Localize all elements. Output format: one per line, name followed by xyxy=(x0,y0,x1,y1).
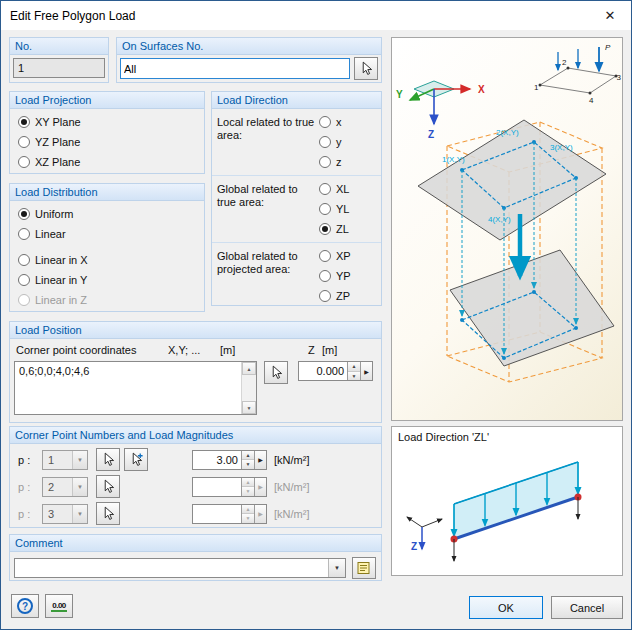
magnitude-spinner-1[interactable]: 3.00 ▲▼ ▶ xyxy=(192,450,267,470)
combo-value: 2 xyxy=(43,481,72,493)
radio-global-yp[interactable]: YP xyxy=(319,266,377,286)
magnitude-unit-3: [kN/m²] xyxy=(274,508,309,520)
radio-global-zp[interactable]: ZP xyxy=(319,286,377,306)
chevron-down-icon[interactable]: ▼ xyxy=(328,559,345,577)
spin-down-icon[interactable]: ▼ xyxy=(242,460,254,469)
corner-coordinates-textarea[interactable]: 0,6;0,0;4,0;4,6 ▲ ▼ xyxy=(14,361,257,415)
magnitude-row-1: p : 1▼ 3.00 ▲▼ ▶ [kN/m²] xyxy=(10,448,381,471)
coordinates-unit-label: [m] xyxy=(220,344,235,356)
corner-3-label: 3(X,Y) xyxy=(550,143,573,152)
radio-global-yl[interactable]: YL xyxy=(319,199,377,219)
zl-axis-label: Z xyxy=(411,541,417,552)
radio-local-y[interactable]: y xyxy=(319,132,377,152)
mini-corner-4-label: 4 xyxy=(589,96,594,105)
p-label: p : xyxy=(18,481,40,493)
group-load-distribution: Load Distribution Uniform Linear Linear … xyxy=(9,183,205,312)
magnitude-value-2 xyxy=(193,478,241,496)
radio-icon xyxy=(18,228,30,240)
axis-z-label: Z xyxy=(428,129,434,140)
radio-icon xyxy=(18,156,30,168)
radio-global-xp[interactable]: XP xyxy=(319,246,377,266)
pick-point-1-button[interactable] xyxy=(96,448,120,471)
group-on-surfaces-header: On Surfaces No. xyxy=(117,38,381,55)
radio-linear-in-x[interactable]: Linear in X xyxy=(18,250,196,270)
combo-value: 1 xyxy=(43,454,72,466)
load-direction-preview-title: Load Direction 'ZL' xyxy=(398,431,489,443)
magnitude-spinner-3: ▲▼ ▶ xyxy=(192,504,267,524)
axis-y-label: Y xyxy=(396,89,403,100)
coordinates-format-label: X,Y; ... xyxy=(168,344,200,356)
radio-icon xyxy=(18,274,30,286)
surfaces-input[interactable] xyxy=(120,58,350,79)
pick-corner-points-button[interactable] xyxy=(264,361,288,384)
spin-up-icon[interactable]: ▲ xyxy=(348,362,360,372)
pick-cursor-icon xyxy=(101,506,116,521)
corner-point-select-3: 3▼ xyxy=(42,504,88,524)
group-no-header: No. xyxy=(10,38,108,55)
group-load-direction-header: Load Direction xyxy=(212,92,381,109)
spin-up-icon[interactable]: ▲ xyxy=(242,451,254,461)
cancel-button[interactable]: Cancel xyxy=(551,596,623,619)
radio-icon xyxy=(319,116,331,128)
group-load-position-header: Load Position xyxy=(10,322,381,339)
mini-corner-3-label: 3 xyxy=(617,73,622,82)
radio-label: ZP xyxy=(336,290,350,302)
comment-presets-button[interactable] xyxy=(352,557,376,579)
radio-local-x[interactable]: x xyxy=(319,112,377,132)
radio-xy-plane[interactable]: XY Plane xyxy=(18,112,196,132)
comment-combobox[interactable]: ▼ xyxy=(14,558,346,578)
scroll-down-icon[interactable]: ▼ xyxy=(242,401,256,414)
spin-up-icon: ▲ xyxy=(242,505,254,515)
magnitude-row-2: p : 2▼ ▲▼ ▶ [kN/m²] xyxy=(10,475,381,498)
pick-cursor-icon xyxy=(269,365,284,380)
direction-section-label: Global related to true area: xyxy=(217,179,319,239)
decimal-places-button[interactable]: 0.00 xyxy=(45,594,73,618)
radio-local-z[interactable]: z xyxy=(319,152,377,172)
radio-label: x xyxy=(336,116,342,128)
titlebar: Edit Free Polygon Load ✕ xyxy=(1,1,631,30)
close-icon[interactable]: ✕ xyxy=(589,1,631,30)
edit-free-polygon-load-dialog: Edit Free Polygon Load ✕ No. 1 On Surfac… xyxy=(0,0,632,630)
spin-down-icon[interactable]: ▼ xyxy=(348,372,360,381)
z-coordinate-spinner[interactable]: 0.000 ▲ ▼ ▶ xyxy=(298,361,373,381)
textarea-scrollbar[interactable]: ▲ ▼ xyxy=(241,362,256,414)
spinner-options-icon: ▶ xyxy=(254,478,266,496)
radio-label: y xyxy=(336,136,342,148)
pick-point-3-button[interactable] xyxy=(96,502,120,525)
corner-4-label: 4(X,Y) xyxy=(488,215,511,224)
scroll-up-icon[interactable]: ▲ xyxy=(242,362,256,375)
z-coordinate-value[interactable]: 0.000 xyxy=(299,362,347,380)
radio-icon xyxy=(319,156,331,168)
corner-point-select-1: 1▼ xyxy=(42,450,88,470)
pick-surfaces-button[interactable] xyxy=(354,57,378,80)
direction-section-label: Local related to true area: xyxy=(217,112,319,172)
ok-button[interactable]: OK xyxy=(469,596,543,619)
pick-cursor-icon xyxy=(101,479,116,494)
chevron-down-icon: ▼ xyxy=(72,451,87,469)
mini-corner-1-label: 1 xyxy=(534,83,539,92)
pick-point-2-button[interactable] xyxy=(96,475,120,498)
radio-label: XY Plane xyxy=(35,116,81,128)
radio-label: YL xyxy=(336,203,349,215)
radio-global-xl[interactable]: XL xyxy=(319,179,377,199)
radio-icon xyxy=(319,270,331,282)
radio-linear[interactable]: Linear xyxy=(18,224,196,244)
radio-icon xyxy=(18,254,30,266)
load-direction-zl-diagram: Z xyxy=(392,447,622,573)
radio-yz-plane[interactable]: YZ Plane xyxy=(18,132,196,152)
magnitude-unit-2: [kN/m²] xyxy=(274,481,309,493)
pick-new-point-button[interactable] xyxy=(124,448,148,471)
help-icon: ? xyxy=(17,598,33,614)
radio-global-zl[interactable]: ZL xyxy=(319,219,377,239)
z-label: Z xyxy=(308,344,315,356)
radio-label: Linear in Z xyxy=(35,294,87,306)
spinner-options-icon[interactable]: ▶ xyxy=(254,451,266,469)
spinner-options-icon[interactable]: ▶ xyxy=(360,362,372,380)
radio-linear-in-y[interactable]: Linear in Y xyxy=(18,270,196,290)
group-on-surfaces: On Surfaces No. xyxy=(116,37,382,83)
radio-xz-plane[interactable]: XZ Plane xyxy=(18,152,196,172)
radio-uniform[interactable]: Uniform xyxy=(18,204,196,224)
help-button[interactable]: ? xyxy=(11,594,39,618)
magnitude-value-1[interactable]: 3.00 xyxy=(193,451,241,469)
chevron-down-icon: ▼ xyxy=(72,478,87,496)
